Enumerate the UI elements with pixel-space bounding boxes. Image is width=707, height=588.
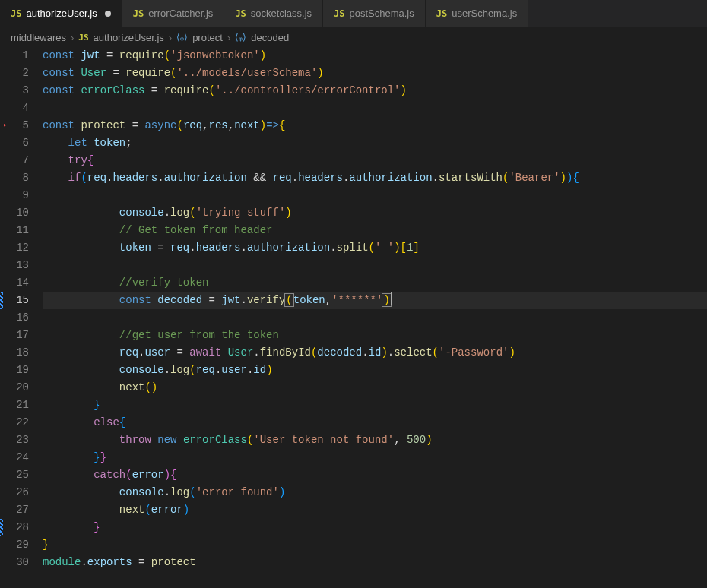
code-line[interactable]: req.user = await User.findById(decoded.i…: [43, 344, 707, 362]
code-line[interactable]: console.log('trying stuff'): [43, 204, 707, 222]
tab-label: userSchema.js: [452, 8, 517, 19]
modified-indicator-icon: [105, 11, 111, 17]
editor-tab[interactable]: JSpostSchema.js: [323, 0, 426, 27]
line-number: 20: [0, 379, 29, 397]
code-line[interactable]: const decoded = jwt.verify(token,'******…: [43, 292, 707, 309]
line-number: 27: [0, 501, 29, 519]
chevron-right-icon: ›: [71, 32, 74, 43]
code-line[interactable]: next(error): [43, 501, 707, 519]
gutter-change-marker-icon: [0, 519, 3, 536]
breadcrumb-file[interactable]: authorizeUser.js: [94, 32, 164, 43]
text-cursor: [391, 292, 392, 305]
code-line[interactable]: console.log('error found'): [43, 484, 707, 501]
line-number: 26: [0, 484, 29, 501]
tab-label: authorizeUser.js: [26, 8, 97, 19]
code-line[interactable]: [43, 100, 707, 117]
js-file-icon: JS: [11, 8, 21, 19]
code-line[interactable]: const jwt = require('jsonwebtoken'): [43, 47, 707, 65]
line-number: 14: [0, 274, 29, 292]
code-line[interactable]: [43, 257, 707, 274]
chevron-right-icon: ›: [169, 32, 172, 43]
code-line[interactable]: let token;: [43, 134, 707, 152]
code-line[interactable]: catch(error){: [43, 466, 707, 484]
line-number: 24: [0, 449, 29, 466]
line-number: 4: [0, 100, 29, 117]
code-line[interactable]: const errorClass = require('../controlle…: [43, 82, 707, 100]
code-line[interactable]: //verify token: [43, 274, 707, 292]
line-number: 30: [0, 554, 29, 571]
code-line[interactable]: if(req.headers.authorization && req.head…: [43, 169, 707, 187]
line-number: 29: [0, 536, 29, 554]
line-number: 28: [0, 519, 29, 536]
tab-bar: JSauthorizeUser.jsJSerrorCatcher.jsJSsoc…: [0, 0, 707, 27]
chevron-right-icon: ›: [227, 32, 230, 43]
js-file-icon: JS: [436, 8, 447, 19]
line-number: 19: [0, 362, 29, 379]
line-number: 10: [0, 204, 29, 222]
code-content[interactable]: const jwt = require('jsonwebtoken')const…: [43, 47, 707, 588]
editor-tab[interactable]: JSuserSchema.js: [426, 0, 528, 27]
line-number: 18: [0, 344, 29, 362]
js-file-icon: JS: [133, 8, 144, 19]
code-line[interactable]: }}: [43, 449, 707, 466]
line-number: 3: [0, 82, 29, 100]
code-line[interactable]: // Get token from header: [43, 222, 707, 239]
code-line[interactable]: try{: [43, 152, 707, 169]
code-line[interactable]: throw new errorClass('User token not fou…: [43, 432, 707, 449]
line-number: 12: [0, 239, 29, 257]
gutter-change-marker-icon: [0, 292, 3, 309]
breadcrumb[interactable]: middlewares › JS authorizeUser.js › ⟨ᵩ⟩ …: [0, 27, 707, 47]
code-line[interactable]: }: [43, 397, 707, 414]
code-line[interactable]: }: [43, 536, 707, 554]
tab-label: socketclass.js: [251, 8, 312, 19]
code-line[interactable]: //get user from the token: [43, 327, 707, 344]
symbol-method-icon: ⟨ᵩ⟩: [176, 32, 188, 43]
line-number: 2: [0, 65, 29, 82]
editor-tab[interactable]: JSauthorizeUser.js: [0, 0, 122, 27]
line-number: 17: [0, 327, 29, 344]
line-number: 6: [0, 134, 29, 152]
line-number: 15: [0, 292, 29, 309]
gutter-error-marker-icon: ▸: [3, 117, 7, 134]
code-line[interactable]: else{: [43, 414, 707, 432]
code-line[interactable]: [43, 309, 707, 327]
js-file-icon: JS: [235, 8, 246, 19]
line-number: 23: [0, 432, 29, 449]
code-line[interactable]: ▸const protect = async(req,res,next)=>{: [43, 117, 707, 134]
symbol-variable-icon: ⟨ᵩ⟩: [235, 32, 246, 43]
line-number: 13: [0, 257, 29, 274]
code-line[interactable]: [43, 187, 707, 204]
breadcrumb-folder[interactable]: middlewares: [11, 32, 66, 43]
code-line[interactable]: }: [43, 519, 707, 536]
line-number: 7: [0, 152, 29, 169]
js-file-icon: JS: [334, 8, 344, 19]
code-editor[interactable]: 1234567891011121314151617181920212223242…: [0, 47, 707, 588]
line-number: 1: [0, 47, 29, 65]
tab-label: errorCatcher.js: [148, 8, 213, 19]
code-line[interactable]: module.exports = protect: [43, 554, 707, 571]
line-number: 11: [0, 222, 29, 239]
editor-tab[interactable]: JSerrorCatcher.js: [122, 0, 225, 27]
editor-tab[interactable]: JSsocketclass.js: [224, 0, 323, 27]
js-file-icon: JS: [78, 33, 88, 43]
code-line[interactable]: const User = require('../models/userSche…: [43, 65, 707, 82]
code-line[interactable]: token = req.headers.authorization.split(…: [43, 239, 707, 257]
tab-label: postSchema.js: [349, 8, 414, 19]
breadcrumb-symbol[interactable]: protect: [192, 32, 223, 43]
code-line[interactable]: next(): [43, 379, 707, 397]
line-number: 16: [0, 309, 29, 327]
line-number: 21: [0, 397, 29, 414]
code-line[interactable]: console.log(req.user.id): [43, 362, 707, 379]
breadcrumb-symbol[interactable]: decoded: [251, 32, 289, 43]
line-number: 9: [0, 187, 29, 204]
line-number: 22: [0, 414, 29, 432]
line-number: 25: [0, 466, 29, 484]
line-number: 8: [0, 169, 29, 187]
